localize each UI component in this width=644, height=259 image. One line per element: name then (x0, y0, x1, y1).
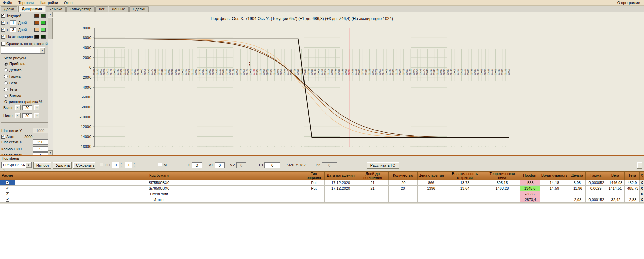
current-color-swatch-1[interactable] (34, 14, 39, 18)
draw-option-vomma[interactable]: Вомма (4, 93, 21, 98)
row-calc-cell[interactable] (0, 197, 15, 203)
auto-grid-checkbox[interactable] (1, 135, 5, 139)
svg-text:70750: 70750 (232, 69, 235, 75)
dh-spinner-2[interactable]: 1 ▲ ▼ (125, 162, 136, 168)
tab-bar: Доска Диаграмма Улыбка Калькулятор Лог Д… (0, 6, 644, 12)
plus3-color-swatch-1[interactable] (34, 28, 39, 32)
render-percent-group: Отрисовка графика % Выше < > Ниже < > (1, 102, 49, 123)
row-delete-button[interactable]: X (640, 180, 644, 186)
menu-trading[interactable]: Торговля (15, 0, 37, 5)
radio-icon[interactable] (4, 88, 8, 91)
draw-option-gamma[interactable]: Гамма (4, 74, 21, 79)
radio-icon[interactable] (4, 68, 8, 72)
panel-collapse-button[interactable] (637, 162, 642, 169)
strategy-select[interactable]: PutSpr12_Si-1 ▼ (1, 162, 32, 168)
remove-button[interactable]: Удалить (53, 162, 72, 169)
increment-button[interactable]: > (34, 105, 39, 110)
tab-board[interactable]: Доска (1, 6, 17, 12)
v1-input[interactable] (215, 162, 225, 168)
compare-strategy-checkbox[interactable] (1, 42, 5, 46)
menu-file[interactable]: Файл (0, 0, 15, 5)
calc-margin-button[interactable]: Рассчитать ГО (367, 162, 399, 169)
sidebar-scrollbar[interactable]: ▲ ▼ (48, 12, 53, 155)
scroll-down-icon[interactable]: ▼ (48, 150, 53, 155)
spin-down-icon[interactable]: ▼ (119, 165, 123, 168)
grid-step-y-input[interactable] (33, 128, 48, 133)
m-checkbox[interactable] (158, 163, 162, 166)
row-calc-cell[interactable] (0, 191, 15, 197)
below-percent-input[interactable] (22, 113, 32, 118)
current-color-swatch-2[interactable] (41, 14, 46, 18)
import-button[interactable]: Импорт (33, 162, 51, 169)
cell-code: FixedProfit (15, 191, 303, 197)
row-calc-cell[interactable] (0, 180, 15, 186)
increment-button[interactable]: > (34, 113, 39, 118)
spin-down-icon[interactable]: ▼ (132, 165, 136, 168)
radio-icon[interactable] (4, 81, 8, 85)
row-calc-checkbox[interactable] (6, 187, 9, 190)
svg-text:86000: 86000 (440, 69, 442, 75)
row-calc-checkbox[interactable] (6, 192, 9, 196)
expiration-color-swatch-1[interactable] (34, 35, 39, 39)
draw-option-theta[interactable]: Тета (4, 87, 17, 92)
radio-icon[interactable] (4, 94, 8, 98)
row-calc-checkbox[interactable] (6, 181, 9, 185)
decrement-button[interactable]: < (15, 113, 21, 118)
grid-step-x-input[interactable] (33, 139, 48, 145)
row-delete-button[interactable]: X (640, 191, 644, 197)
expiration-checkbox[interactable] (1, 35, 5, 39)
plus1-color-swatch-1[interactable] (34, 21, 39, 25)
expiration-color-swatch-2[interactable] (41, 35, 46, 39)
scrollbar-thumb[interactable] (48, 18, 53, 39)
svg-text:86250: 86250 (443, 69, 445, 75)
above-percent-input[interactable] (22, 105, 32, 110)
d-input[interactable] (192, 162, 202, 168)
svg-text:81250: 81250 (375, 69, 378, 75)
save-button[interactable]: Сохранить (73, 162, 95, 169)
cell-vega: -1446,93 (606, 180, 625, 186)
tab-smile[interactable]: Улыбка (46, 6, 66, 12)
current-checkbox[interactable] (1, 14, 5, 18)
plus3-checkbox[interactable] (1, 28, 5, 32)
svg-text:62750: 62750 (123, 69, 126, 75)
menu-window[interactable]: Окно (61, 0, 76, 5)
menu-about[interactable]: О программе (614, 0, 644, 5)
tab-diagram[interactable]: Диаграмма (18, 6, 45, 12)
cell-theta: 482,9 (625, 180, 640, 186)
cell-qty: -20 (389, 180, 418, 186)
plus3-color-swatch-2[interactable] (41, 28, 46, 32)
row-calc-checkbox[interactable] (6, 198, 9, 202)
tab-log[interactable]: Лог (95, 6, 108, 12)
draw-option-profit[interactable]: Прибыль (4, 61, 25, 66)
tab-calculator[interactable]: Калькулятор (66, 6, 95, 12)
spin-up-icon[interactable]: ▲ (119, 162, 123, 165)
draw-option-delta[interactable]: Дельта (4, 68, 22, 72)
radio-icon[interactable] (4, 62, 8, 66)
menu-settings[interactable]: Настройки (37, 0, 61, 5)
p1-input[interactable] (264, 162, 280, 168)
tab-data[interactable]: Данные (109, 6, 129, 12)
row-calc-cell[interactable] (0, 186, 15, 191)
plus1-checkbox[interactable] (1, 21, 5, 25)
spin-up-icon[interactable]: ▲ (132, 162, 136, 165)
p2-input[interactable] (322, 162, 337, 168)
payoff-chart[interactable]: -16000-14000-12000-10000-8000-6000-4000-… (53, 12, 644, 155)
scroll-up-icon[interactable]: ▲ (48, 12, 53, 17)
decrement-button[interactable]: < (15, 105, 21, 110)
plus1-color-swatch-2[interactable] (41, 21, 46, 25)
row-delete-button[interactable]: X (640, 186, 644, 191)
svg-text:88750: 88750 (477, 69, 479, 75)
dh-spinner-1[interactable]: 0 ▲ ▼ (112, 162, 123, 168)
tab-deals[interactable]: Сделки (129, 6, 149, 12)
plus1-days-input[interactable] (10, 20, 16, 25)
radio-icon[interactable] (4, 75, 8, 78)
svg-text:89500: 89500 (487, 69, 490, 75)
sko-count-input[interactable] (33, 146, 48, 152)
dh-checkbox[interactable] (100, 163, 103, 166)
v2-input[interactable] (236, 162, 246, 168)
days-count-input[interactable] (33, 152, 48, 155)
plus3-days-input[interactable] (10, 27, 16, 32)
draw-option-vega[interactable]: Вега (4, 80, 17, 85)
row-delete-button[interactable]: X (640, 197, 644, 203)
compare-strategy-select[interactable]: ▼ (1, 47, 45, 54)
